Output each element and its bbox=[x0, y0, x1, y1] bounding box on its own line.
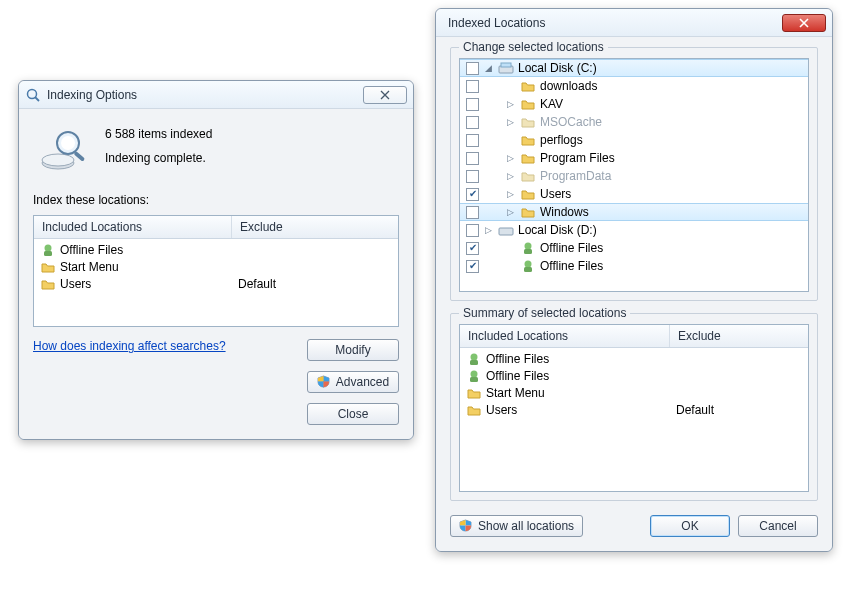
expander-closed-icon[interactable]: ▷ bbox=[505, 189, 516, 200]
tree-label: Windows bbox=[540, 205, 589, 219]
expander-closed-icon[interactable]: ▷ bbox=[505, 99, 516, 110]
button-label: OK bbox=[681, 519, 698, 533]
cancel-button[interactable]: Cancel bbox=[738, 515, 818, 537]
svg-rect-6 bbox=[73, 151, 85, 162]
tree-item[interactable]: ▷ KAV bbox=[460, 95, 808, 113]
close-window-button[interactable] bbox=[782, 14, 826, 32]
svg-point-5 bbox=[61, 136, 75, 150]
titlebar[interactable]: Indexed Locations bbox=[436, 9, 832, 37]
column-exclude[interactable]: Exclude bbox=[232, 216, 398, 238]
group-legend: Summary of selected locations bbox=[459, 306, 630, 320]
offline-files-icon bbox=[466, 351, 482, 367]
checkbox[interactable] bbox=[466, 260, 479, 273]
checkbox[interactable] bbox=[466, 62, 479, 75]
close-icon bbox=[797, 18, 811, 28]
checkbox[interactable] bbox=[466, 98, 479, 111]
list-item[interactable]: Offline Files bbox=[460, 350, 808, 367]
locations-tree[interactable]: ◢ Local Disk (C:) downloads ▷ KAV bbox=[459, 58, 809, 292]
tree-label: ProgramData bbox=[540, 169, 611, 183]
expander-closed-icon[interactable]: ▷ bbox=[505, 207, 516, 218]
tree-item[interactable]: ▷ Program Files bbox=[460, 149, 808, 167]
summary-listview[interactable]: Included Locations Exclude Offline Files bbox=[459, 324, 809, 492]
checkbox[interactable] bbox=[466, 152, 479, 165]
listview-header: Included Locations Exclude bbox=[34, 216, 398, 239]
tree-item[interactable]: downloads bbox=[460, 77, 808, 95]
column-included[interactable]: Included Locations bbox=[34, 216, 232, 238]
list-item[interactable]: Start Menu bbox=[34, 258, 398, 275]
button-label: Cancel bbox=[759, 519, 796, 533]
tree-label: KAV bbox=[540, 97, 563, 111]
expander-closed-icon[interactable]: ▷ bbox=[505, 171, 516, 182]
column-included[interactable]: Included Locations bbox=[460, 325, 670, 347]
svg-point-3 bbox=[42, 154, 74, 166]
tree-item-local-disk-c[interactable]: ◢ Local Disk (C:) bbox=[460, 59, 808, 77]
folder-icon bbox=[466, 402, 482, 418]
button-label: Show all locations bbox=[478, 519, 574, 533]
list-item[interactable]: Offline Files bbox=[460, 367, 808, 384]
button-label: Close bbox=[338, 407, 369, 421]
tree-label: Local Disk (D:) bbox=[518, 223, 597, 237]
tree-item[interactable]: ▷ ProgramData bbox=[460, 167, 808, 185]
list-item[interactable]: Users Default bbox=[34, 275, 398, 292]
checkbox[interactable] bbox=[466, 206, 479, 219]
ok-button[interactable]: OK bbox=[650, 515, 730, 537]
tree-item[interactable]: ▷ Users bbox=[460, 185, 808, 203]
list-item[interactable]: Offline Files bbox=[34, 241, 398, 258]
titlebar[interactable]: Indexing Options bbox=[19, 81, 413, 109]
item-name: Offline Files bbox=[60, 243, 123, 257]
tree-item[interactable]: Offline Files bbox=[460, 239, 808, 257]
expander-open-icon[interactable]: ◢ bbox=[483, 63, 494, 74]
expander-placeholder bbox=[505, 243, 516, 254]
indexed-locations-window: Indexed Locations Change selected locati… bbox=[435, 8, 833, 552]
locations-listview[interactable]: Included Locations Exclude Offline Files… bbox=[33, 215, 399, 327]
expander-closed-icon[interactable]: ▷ bbox=[505, 117, 516, 128]
svg-rect-8 bbox=[44, 251, 52, 256]
tree-label: downloads bbox=[540, 79, 597, 93]
checkbox[interactable] bbox=[466, 224, 479, 237]
listview-header: Included Locations Exclude bbox=[460, 325, 808, 348]
client-area: 6 588 items indexed Indexing complete. I… bbox=[19, 109, 413, 439]
tree-item[interactable]: Offline Files bbox=[460, 257, 808, 275]
expander-placeholder bbox=[505, 81, 516, 92]
column-exclude[interactable]: Exclude bbox=[670, 325, 808, 347]
help-link[interactable]: How does indexing affect searches? bbox=[33, 339, 307, 353]
folder-icon bbox=[520, 96, 536, 112]
advanced-button[interactable]: Advanced bbox=[307, 371, 399, 393]
list-item[interactable]: Users Default bbox=[460, 401, 808, 418]
folder-icon bbox=[520, 114, 536, 130]
checkbox[interactable] bbox=[466, 80, 479, 93]
checkbox[interactable] bbox=[466, 170, 479, 183]
checkbox[interactable] bbox=[466, 134, 479, 147]
button-label: Modify bbox=[335, 343, 370, 357]
expander-placeholder bbox=[505, 135, 516, 146]
close-window-button[interactable] bbox=[363, 86, 407, 104]
checkbox[interactable] bbox=[466, 188, 479, 201]
svg-rect-11 bbox=[499, 228, 513, 235]
tree-item[interactable]: ▷ MSOCache bbox=[460, 113, 808, 131]
drive-icon bbox=[498, 222, 514, 238]
tree-label: Local Disk (C:) bbox=[518, 61, 597, 75]
list-item[interactable]: Start Menu bbox=[460, 384, 808, 401]
folder-icon bbox=[520, 132, 536, 148]
tree-item[interactable]: ▷ Windows bbox=[460, 203, 808, 221]
expander-closed-icon[interactable]: ▷ bbox=[483, 225, 494, 236]
checkbox[interactable] bbox=[466, 242, 479, 255]
item-exclude: Default bbox=[238, 277, 276, 291]
item-name: Users bbox=[60, 277, 91, 291]
close-button[interactable]: Close bbox=[307, 403, 399, 425]
tree-item-local-disk-d[interactable]: ▷ Local Disk (D:) bbox=[460, 221, 808, 239]
search-options-icon bbox=[25, 87, 41, 103]
offline-files-icon bbox=[466, 368, 482, 384]
window-title: Indexing Options bbox=[47, 88, 363, 102]
indexing-options-window: Indexing Options 6 588 items indexed Ind… bbox=[18, 80, 414, 440]
checkbox[interactable] bbox=[466, 116, 479, 129]
shield-icon bbox=[459, 519, 473, 533]
expander-closed-icon[interactable]: ▷ bbox=[505, 153, 516, 164]
change-locations-group: Change selected locations ◢ Local Disk (… bbox=[450, 47, 818, 301]
show-all-locations-button[interactable]: Show all locations bbox=[450, 515, 583, 537]
svg-point-18 bbox=[471, 370, 478, 377]
offline-files-icon bbox=[40, 242, 56, 258]
tree-item[interactable]: perflogs bbox=[460, 131, 808, 149]
item-name: Users bbox=[486, 403, 517, 417]
modify-button[interactable]: Modify bbox=[307, 339, 399, 361]
